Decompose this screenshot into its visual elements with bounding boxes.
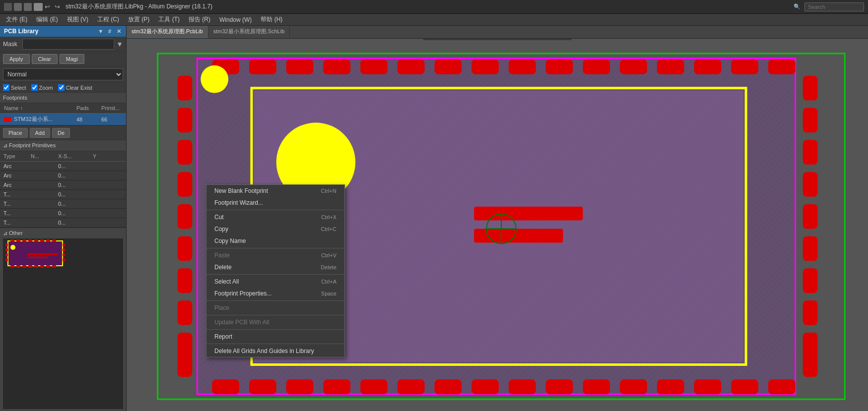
- prim-row-2[interactable]: Arc 0...: [0, 171, 126, 180]
- svg-rect-2: [10, 239, 14, 242]
- menu-view[interactable]: 视图 (V): [63, 14, 92, 25]
- primitives-title: Footprint Primitives: [9, 142, 56, 148]
- undo-icon[interactable]: ↩: [45, 3, 53, 11]
- cm-paste: Paste Ctrl+V: [206, 249, 344, 261]
- menu-file[interactable]: 文件 (E): [2, 14, 31, 25]
- prim-row-6[interactable]: T... 0...: [0, 209, 126, 218]
- prim-n-3: [29, 181, 57, 189]
- mask-dropdown-icon[interactable]: ▼: [116, 40, 123, 48]
- cm-delete[interactable]: Delete Delete: [206, 261, 344, 273]
- search-input[interactable]: [804, 2, 864, 11]
- cm-new-blank-footprint[interactable]: New Blank Footprint Ctrl+N: [206, 185, 344, 197]
- menu-tools[interactable]: 工具 (T): [154, 14, 184, 25]
- prim-row-4[interactable]: T... 0...: [0, 190, 126, 199]
- restore-icon[interactable]: [14, 3, 22, 11]
- panel-menu-icon[interactable]: ▼: [97, 28, 104, 35]
- svg-rect-73: [177, 172, 192, 197]
- svg-rect-41: [323, 59, 350, 74]
- mask-input[interactable]: [22, 39, 114, 50]
- panel-header: PCB Library ▼ # ✕: [0, 26, 126, 37]
- svg-rect-24: [63, 253, 65, 256]
- zoom-checkbox-item[interactable]: Zoom: [31, 84, 53, 91]
- prim-type-7: T...: [2, 219, 29, 227]
- clear-exist-checkbox[interactable]: [58, 84, 65, 91]
- row-pads: 48: [74, 116, 99, 123]
- tab-schlib[interactable]: stm32最小系统原理图.SchLib: [208, 26, 290, 38]
- svg-rect-83: [803, 172, 818, 197]
- magic-button[interactable]: Magi: [60, 54, 84, 64]
- menu-place[interactable]: 放置 (P): [124, 14, 153, 25]
- other-label: ⊿ Other: [3, 230, 123, 236]
- svg-rect-80: [803, 76, 818, 101]
- primitives-header[interactable]: ⊿ Footprint Primitives: [0, 140, 126, 151]
- cm-report[interactable]: Report: [206, 331, 344, 343]
- prim-row-7[interactable]: T... 0...: [0, 218, 126, 228]
- place-button[interactable]: Place: [3, 128, 28, 138]
- svg-rect-64: [583, 379, 610, 394]
- prim-y-4: [91, 190, 106, 198]
- menu-edit[interactable]: 编辑 (E): [32, 14, 62, 25]
- cm-sep-7: [206, 344, 344, 344]
- svg-rect-61: [471, 379, 499, 394]
- mask-row: Mask ▼: [0, 37, 126, 52]
- delete-button[interactable]: De: [52, 128, 70, 138]
- cm-select-all[interactable]: Select All Ctrl+A: [206, 276, 344, 288]
- select-checkbox[interactable]: [3, 84, 9, 91]
- panel-close-icon[interactable]: ✕: [115, 28, 122, 35]
- cm-cut-shortcut: Ctrl+X: [321, 214, 336, 220]
- expand-icon[interactable]: [24, 3, 32, 11]
- cm-update-pcb-label: Update PCB With All: [214, 319, 269, 326]
- menu-project[interactable]: 工程 (C): [93, 14, 123, 25]
- svg-rect-17: [52, 265, 56, 268]
- apply-button[interactable]: Apply: [3, 54, 30, 64]
- cm-footprint-wizard[interactable]: Footprint Wizard...: [206, 197, 344, 209]
- title-bar-right: 🔍: [794, 2, 864, 11]
- cm-copy[interactable]: Copy Ctrl+C: [206, 223, 344, 235]
- table-row[interactable]: STM32最小系... 48 66: [0, 114, 126, 125]
- cm-copy-shortcut: Ctrl+C: [321, 226, 336, 232]
- prim-y-2: [91, 172, 106, 179]
- title-bar-left: ↩ ↪ stm32最小系统原理图.LibPkg - Altium Designe…: [4, 2, 212, 11]
- canvas-area[interactable]: stm32最小系统原理图.PcbLib stm32最小系统原理图.SchLib …: [127, 26, 868, 411]
- primitives-table-header: Type N... X-S... Y: [0, 151, 126, 162]
- col-primit-header: Primit...: [99, 104, 124, 112]
- prim-type-5: T...: [2, 200, 29, 208]
- cm-select-all-label: Select All: [214, 278, 239, 285]
- add-button[interactable]: Add: [30, 128, 51, 138]
- prim-x-2: 0...: [57, 172, 91, 179]
- folder-icon[interactable]: [34, 3, 43, 11]
- cm-sep-6: [206, 329, 344, 330]
- prim-x-4: 0...: [57, 190, 91, 198]
- menu-help[interactable]: 帮助 (H): [257, 14, 286, 25]
- cm-cut[interactable]: Cut Ctrl+X: [206, 211, 344, 223]
- thumbnail-svg: [3, 238, 123, 409]
- view-mode-select[interactable]: Normal List Tree: [3, 68, 123, 80]
- zoom-checkbox[interactable]: [31, 84, 38, 91]
- menu-bar: 文件 (E) 编辑 (E) 视图 (V) 工程 (C) 放置 (P) 工具 (T…: [0, 14, 868, 26]
- svg-rect-7: [40, 239, 44, 242]
- cm-copy-name[interactable]: Copy Name: [206, 235, 344, 247]
- prim-row-3[interactable]: Arc 0...: [0, 180, 126, 190]
- title-bar: ↩ ↪ stm32最小系统原理图.LibPkg - Altium Designe…: [0, 0, 868, 14]
- clear-exist-checkbox-item[interactable]: Clear Exist: [58, 84, 92, 91]
- panel-pin-icon[interactable]: #: [106, 28, 113, 35]
- menu-report[interactable]: 报告 (R): [185, 14, 214, 25]
- svg-rect-18: [5, 243, 8, 246]
- redo-icon[interactable]: ↪: [55, 3, 63, 11]
- prim-n-4: [29, 190, 57, 198]
- svg-rect-54: [212, 379, 239, 394]
- cm-delete-all-grids[interactable]: Delete All Grids And Guides in Library: [206, 345, 344, 357]
- prim-row-5[interactable]: T... 0...: [0, 199, 126, 209]
- svg-rect-70: [177, 76, 192, 101]
- svg-rect-23: [63, 248, 65, 251]
- svg-rect-77: [177, 300, 192, 325]
- tab-pcblib[interactable]: stm32最小系统原理图.PcbLib: [127, 26, 208, 38]
- svg-rect-71: [177, 108, 192, 132]
- prim-row-1[interactable]: Arc 0...: [0, 162, 126, 171]
- select-checkbox-item[interactable]: Select: [3, 84, 26, 91]
- clear-button[interactable]: Clear: [32, 54, 58, 64]
- menu-window[interactable]: Window (W): [215, 15, 256, 24]
- mask-label: Mask: [3, 41, 20, 48]
- cm-footprint-properties[interactable]: Footprint Properties... Space: [206, 288, 344, 299]
- svg-rect-4: [22, 239, 26, 242]
